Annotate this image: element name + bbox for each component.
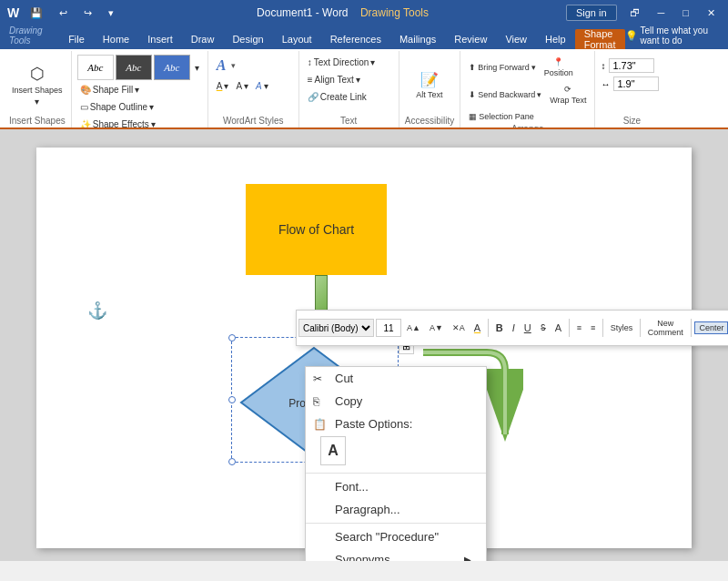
toolbar-divider-2 [569, 319, 570, 337]
minimize-button[interactable]: ─ [652, 5, 671, 20]
tab-insert[interactable]: Insert [138, 29, 182, 49]
tab-view[interactable]: View [496, 29, 536, 49]
shape-effects-button[interactable]: ✨ Shape Effects ▾ [77, 117, 158, 129]
text-outline-button[interactable]: A▾ [233, 78, 251, 94]
text-label: Text [305, 116, 393, 127]
context-tab-label: Drawing Tools [360, 6, 429, 19]
word-icon: W [7, 5, 19, 20]
ribbon-display-button[interactable]: 🗗 [624, 5, 645, 20]
context-menu: ✂ Cut ⎘ Copy 📋 Paste Options: A Font... … [305, 366, 487, 561]
save-button[interactable]: 💾 [25, 5, 48, 21]
tab-layout[interactable]: Layout [273, 29, 321, 49]
font-selector[interactable]: Calibri (Body) [298, 319, 374, 337]
sign-in-button[interactable]: Sign in [566, 5, 617, 21]
alt-text-button[interactable]: 📝 Alt Text [413, 68, 445, 102]
underline-button[interactable]: U [521, 321, 535, 335]
outline-icon: ▭ [80, 102, 88, 112]
undo-button[interactable]: ↩ [54, 5, 73, 21]
insert-shapes-label: Insert Shapes [9, 116, 66, 127]
selection-pane-button[interactable]: ▦ Selection Pane [466, 109, 537, 124]
paste-icon: 📋 [313, 418, 327, 431]
shape-outline-button[interactable]: ▭ Shape Outline ▾ [77, 99, 157, 115]
numbering-button[interactable]: ≡ [587, 321, 599, 334]
ctx-paragraph[interactable]: Paragraph... [306, 498, 486, 521]
flow-rect-text: Flow of Chart [248, 222, 385, 237]
clear-format-button[interactable]: ✕A [449, 321, 469, 334]
font-decrease-button[interactable]: A▼ [426, 321, 447, 334]
tab-draw[interactable]: Draw [182, 29, 224, 49]
align-text-button[interactable]: ≡ Align Text ▾ [305, 72, 363, 87]
width-input[interactable] [613, 76, 659, 91]
height-icon: ↕ [601, 61, 605, 71]
close-button[interactable]: ✕ [702, 5, 721, 21]
title-bar-left: W 💾 ↩ ↪ ▾ [7, 5, 119, 21]
flow-rect-shape[interactable]: Flow of Chart [246, 184, 387, 275]
ctx-cut[interactable]: ✂ Cut [306, 367, 486, 390]
separator-1 [306, 473, 486, 474]
ctx-copy[interactable]: ⎘ Copy [306, 390, 486, 413]
shape-style-1[interactable]: Abc [77, 55, 114, 80]
document-page[interactable]: ⚓ Flow of Chart Procedure [36, 148, 692, 548]
accessibility-section: 📝 Alt Text Accessibility [399, 51, 460, 127]
tab-review[interactable]: Review [445, 29, 496, 49]
tab-file[interactable]: File [59, 29, 94, 49]
tab-shape-format[interactable]: Shape Format [575, 29, 625, 49]
position-icon: 📍 [553, 57, 563, 66]
wrap-text-button[interactable]: ⟳ Wrap Text [547, 82, 589, 107]
handle-ml[interactable] [228, 396, 236, 403]
tab-help[interactable]: Help [536, 29, 575, 49]
send-backward-button[interactable]: ⬇ Send Backward ▾ [466, 82, 544, 107]
shape-styles-more[interactable]: ▾ [192, 60, 202, 76]
styles-button[interactable]: Styles [607, 321, 637, 334]
text-outline-icon: A [236, 81, 242, 91]
height-input[interactable] [609, 58, 654, 73]
text-fill-button[interactable]: A▾ [214, 78, 232, 94]
wordart-label: ▾ [231, 61, 236, 70]
new-comment-toolbar-button[interactable]: NewComment [644, 317, 687, 339]
paste-options-row: A [306, 433, 486, 471]
bring-forward-icon: ⬆ [469, 63, 476, 72]
shapes-button[interactable]: ⬡ Insert Shapes▾ [9, 61, 66, 109]
size-section: ↕ ↔ Size [595, 51, 668, 127]
font-color-btn[interactable]: A [470, 321, 484, 335]
shape-style-2[interactable]: Abc [116, 55, 152, 80]
width-icon: ↔ [601, 79, 610, 89]
tab-design[interactable]: Design [223, 29, 272, 49]
mini-toolbar: Calibri (Body) A▲ A▼ ✕A A B I U S̶ A ≡ ≡… [296, 310, 728, 346]
ctx-font[interactable]: Font... [306, 475, 486, 498]
position-button[interactable]: 📍 Position [541, 55, 576, 80]
shape-fill-button[interactable]: 🎨 Shape Fill ▾ [77, 82, 142, 97]
ctx-synonyms[interactable]: Synonyms ▶ [306, 548, 486, 561]
handle-bl[interactable] [228, 458, 236, 465]
text-direction-button[interactable]: ↕ Text Direction ▾ [305, 55, 379, 70]
tab-home[interactable]: Home [94, 29, 138, 49]
wordart-section: A ▾ A▾ A▾ A▾ WordArt Styles [208, 51, 299, 127]
paste-icon-button[interactable]: A [320, 436, 346, 465]
create-link-button[interactable]: 🔗 Create Link [305, 89, 369, 105]
wrap-icon: ⟳ [564, 85, 571, 94]
font-color-button2[interactable]: A [551, 321, 565, 335]
customize-button[interactable]: ▾ [103, 5, 119, 21]
center-button[interactable]: Center [694, 321, 728, 334]
document-title: Document1 - Word [257, 6, 348, 19]
ctx-search[interactable]: Search "Procedure" [306, 525, 486, 548]
text-effects-button[interactable]: A▾ [253, 78, 271, 94]
strikethrough-button[interactable]: S̶ [537, 321, 550, 334]
handle-tl[interactable] [228, 334, 236, 341]
tab-mailings[interactable]: Mailings [390, 29, 445, 49]
font-increase-button[interactable]: A▲ [403, 321, 424, 334]
wordart-button[interactable]: A [214, 55, 229, 76]
shape-style-3[interactable]: Abc [154, 55, 190, 80]
tab-references[interactable]: References [321, 29, 390, 49]
drawing-tools-label: Drawing Tools [4, 25, 59, 49]
maximize-button[interactable]: □ [677, 5, 694, 20]
italic-button[interactable]: I [509, 321, 519, 335]
bullets-button[interactable]: ≡ [573, 321, 585, 334]
tell-me-quick[interactable]: 💡 Tell me what you want to do [625, 25, 725, 46]
font-size-input[interactable] [376, 319, 401, 337]
bring-forward-button[interactable]: ⬆ Bring Forward ▾ [466, 55, 539, 80]
toolbar-divider-4 [640, 319, 641, 337]
redo-button[interactable]: ↪ [78, 5, 97, 21]
cut-icon: ✂ [313, 372, 322, 385]
bold-button[interactable]: B [492, 321, 507, 335]
